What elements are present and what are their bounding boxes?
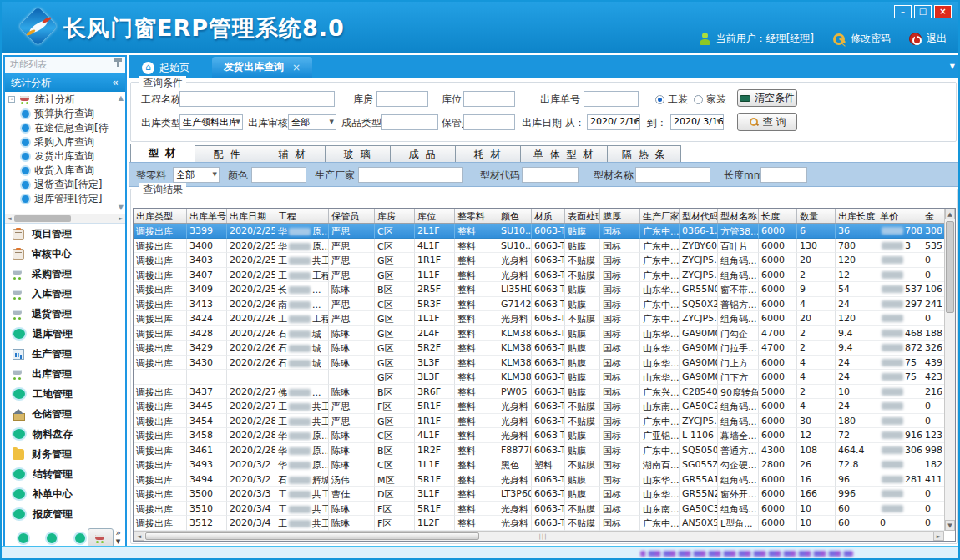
piece-combo[interactable]: 全部 [173,167,220,183]
maximize-button[interactable]: □ [914,5,932,18]
column-header[interactable]: 整零料 [455,209,498,223]
table-row[interactable]: 调拨出库34582020/2/28华原...陈琳C区4L1F整料光身料6063-… [134,428,947,443]
material-tab[interactable]: 耗 材 [456,145,521,163]
length-input[interactable] [760,167,807,183]
tab-home[interactable]: ⌂ 起始页 [132,58,200,78]
sidebar-item[interactable]: 仓储管理 [5,404,125,424]
table-row[interactable]: 调拨出库34942020/3/2石辉城汤伟M区5R1F整料光身料6063-T5贴… [134,472,947,487]
quick-circle-icon[interactable] [75,533,85,543]
table-row[interactable]: G区3L3F整料KLM38176063-T5贴膜国标山东华...GA90M09.… [134,370,947,385]
sidebar-item[interactable]: 采购管理 [5,264,125,284]
material-tab[interactable]: 型 材 [130,144,195,163]
tree-item[interactable]: 退库管理[待定] [5,192,125,206]
column-header[interactable]: 长度 [759,209,797,223]
horizontal-scrollbar[interactable]: ◄ ||| ► [134,531,944,541]
table-row[interactable]: 调拨出库35122020/3/4工共工程陈琳F区1L2F整料光身料6063-T5… [134,516,947,531]
tree-item[interactable]: 在途信息查询[待 [5,121,125,135]
tree-root[interactable]: - 统计分析 [5,92,125,107]
logout-button[interactable]: 退出 [909,32,947,46]
name-input[interactable] [635,167,710,183]
scrollbar-thumb[interactable] [946,221,954,313]
table-row[interactable]: 调拨出库34282020/2/26石城陈琳G区2L4F整料KLM38176063… [134,326,947,341]
material-tab[interactable]: 配 件 [195,145,260,163]
column-header[interactable]: 出库日期 [227,209,275,223]
column-header[interactable]: 出库类型 [134,209,187,223]
scroll-down-icon[interactable]: ▼ [945,520,955,531]
column-header[interactable]: 颜色 [498,209,532,223]
keeper-input[interactable] [463,114,515,130]
sidebar-item[interactable]: 退货管理 [5,304,125,324]
column-header[interactable]: 保管员 [329,209,375,223]
tab-list-dropdown-icon[interactable]: ▼ [950,63,955,70]
maker-input[interactable] [358,167,463,183]
minimize-button[interactable]: – [894,5,912,18]
warehouse-input[interactable] [376,91,428,107]
vertical-scrollbar[interactable]: ▲ ▼ [944,209,955,531]
sidebar-item[interactable]: 报废管理 [5,504,125,524]
column-header[interactable]: 表面处理 [565,209,600,223]
table-row[interactable]: 调拨出库34092020/2/25长...陈琳B区2R5F整料LI35HD606… [134,282,947,297]
scroll-right-icon[interactable]: ► [933,532,944,541]
sidebar-item[interactable]: 结转管理 [5,464,125,484]
material-tab[interactable]: 玻 璃 [326,145,391,163]
material-tab[interactable]: 辅 材 [260,145,326,163]
location-input[interactable] [463,91,515,107]
pin-icon[interactable] [117,61,119,67]
column-header[interactable]: 库房 [375,209,415,223]
scroll-up-icon[interactable]: ▲ [945,209,955,219]
code-input[interactable] [522,167,579,183]
table-row[interactable]: 调拨出库34932020/3/2华原...陈琳C区1L1F整料黑色塑料不贴膜国标… [134,457,947,472]
scroll-right-icon[interactable]: ► [117,214,125,223]
table-row[interactable]: 调拨出库34242020/2/26工工程严思G区1L1F整料光身料6063-T5… [134,311,947,326]
sidebar-item[interactable]: 出库管理 [5,364,125,384]
table-row[interactable]: 调拨出库34612020/2/28华原...陈琳B区1R2F整料F8877FT6… [134,443,947,458]
column-header[interactable]: 出库单号 [187,209,227,223]
column-header[interactable]: 型材名称 [718,209,759,223]
close-button[interactable]: × [934,5,952,18]
table-row[interactable]: 调拨出库34132020/2/26南...严思C区5R3F整料G71422606… [134,297,947,312]
date-from-picker[interactable]: 2020/ 2/16 [587,114,640,130]
sidebar-item[interactable]: 财务管理 [5,444,125,464]
project-name-input[interactable] [179,91,335,107]
sidebar-item[interactable]: 退库管理 [5,324,125,344]
scrollbar-thumb[interactable] [145,532,479,540]
color-input[interactable] [251,167,306,183]
radio-gongzhuang[interactable]: 工装 [655,93,688,107]
overflow-chevron[interactable]: »▾ [115,529,121,546]
clear-conditions-button[interactable]: 清空条件 [737,89,797,107]
tree-item[interactable]: 退货查询[待定] [5,178,125,192]
tree-item[interactable]: 预算执行查询 [5,107,125,121]
sidebar-item[interactable]: 生产管理 [5,344,125,364]
scroll-left-icon[interactable]: ◄ [134,532,144,541]
column-header[interactable]: 库位 [415,209,455,223]
scroll-left-icon[interactable]: ◄ [5,214,13,223]
product-type-input[interactable] [381,114,438,130]
table-row[interactable]: 调拨出库34542020/2/28工共工程严思G区1R1F整料光身料6063-T… [134,414,947,429]
table-row[interactable]: 调拨出库35002020/3/3工共工程曹佳D区3L1F整料LT3P606063… [134,487,947,502]
audit-combo[interactable]: 全部 [288,114,336,130]
table-row[interactable]: 调拨出库34372020/2/27佛...陈琳B区3R6F整料PW056063-… [134,385,947,400]
tab-close-icon[interactable]: × [292,62,301,73]
material-tab[interactable]: 隔 热 条 [608,145,681,163]
order-no-input[interactable] [584,91,639,107]
material-tab[interactable]: 成 品 [391,145,456,163]
table-row[interactable]: 调拨出库34302020/2/26石城陈琳G区3L3F整料KLM38176063… [134,356,947,371]
section-header-stats[interactable]: 统计分析 « [5,73,125,92]
search-button[interactable]: 查 询 [737,113,797,131]
tree-scroll-down-icon[interactable]: ▼ [119,204,124,211]
tree-expander-icon[interactable]: - [8,96,15,103]
sidebar-item[interactable]: 入库管理 [5,284,125,304]
table-row[interactable]: 调拨出库34072020/2/25工工程严思G区1L1F整料光身料6063-T5… [134,268,947,283]
tab-shipping-query[interactable]: 发货出库查询 × [212,57,312,78]
sidebar-item[interactable]: 补单中心 [5,484,125,504]
sidebar-item[interactable]: 工地管理 [5,384,125,404]
material-tab[interactable]: 单 体 型 材 [521,145,608,163]
tree-horizontal-scrollbar[interactable]: ◄ ► [5,214,125,223]
column-header[interactable]: 单价 [877,209,922,223]
column-header[interactable]: 材质 [532,209,565,223]
collapse-icon[interactable]: « [112,73,119,92]
table-row[interactable]: 调拨出库34292020/2/26石城陈琳G区5R2F整料KLM38176063… [134,341,947,356]
sidebar-item[interactable]: 审核中心 [5,244,125,264]
table-row[interactable]: 调拨出库34452020/2/27工共工程严思F区5R1F整料光身料6063-T… [134,399,947,414]
scrollbar-thumb[interactable] [14,215,71,222]
